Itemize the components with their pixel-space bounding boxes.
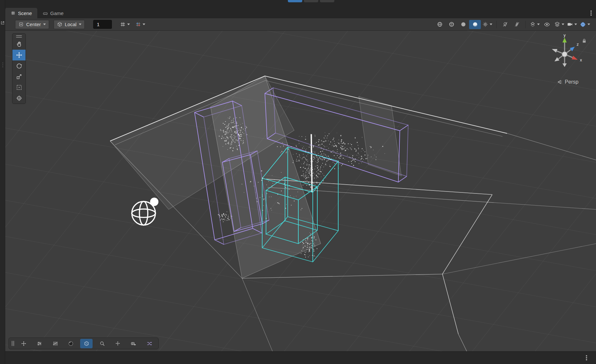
search-button[interactable] xyxy=(96,339,108,348)
axis-neg-y-cone[interactable] xyxy=(563,63,567,67)
scene-toolbar: Center Local xyxy=(5,18,596,31)
pop-out-icon[interactable] xyxy=(1,21,5,25)
play-controls xyxy=(288,0,334,2)
scene-canvas[interactable] xyxy=(5,31,596,351)
bottom-kebab-menu-icon[interactable] xyxy=(582,352,591,364)
dock-grip-icon[interactable] xyxy=(1,63,5,67)
pivot-mode-button[interactable]: Center xyxy=(15,20,49,29)
chevron-down-icon xyxy=(490,24,492,25)
handle-orientation-button[interactable]: Local xyxy=(54,20,85,29)
shaded-sphere-button[interactable] xyxy=(469,20,481,29)
chevron-down-icon xyxy=(79,24,81,25)
projection-toggle[interactable]: Persp xyxy=(545,79,591,85)
gamepad-icon xyxy=(43,10,48,16)
particles-button[interactable] xyxy=(481,20,494,29)
move-icon xyxy=(21,340,27,347)
transform-anchor-button[interactable] xyxy=(112,339,124,348)
shaded-globe-icon xyxy=(448,21,455,27)
ruled-grid-button[interactable] xyxy=(49,339,61,348)
move-tool-button[interactable] xyxy=(12,50,26,60)
point-cloud-icon xyxy=(83,340,90,347)
scale-icon xyxy=(16,73,23,80)
orientation-gizmo: y z x Persp xyxy=(545,33,591,87)
point-cloud-button[interactable] xyxy=(80,339,93,348)
flat-sphere-button[interactable] xyxy=(457,20,469,29)
tab-menu-kebab-icon[interactable] xyxy=(586,8,596,18)
hand-icon xyxy=(16,41,23,48)
flare-off-button[interactable] xyxy=(511,20,523,29)
pivot-icon xyxy=(18,22,24,27)
cube-icon xyxy=(57,22,62,27)
layer-stack-button[interactable] xyxy=(553,20,566,29)
camera-capture-button[interactable] xyxy=(127,339,140,348)
unity-editor-window: Scene Game Center Local xyxy=(0,0,596,364)
room-wireframe[interactable] xyxy=(110,76,596,351)
tab-game-label: Game xyxy=(50,10,64,16)
rotate-tool-button[interactable] xyxy=(12,60,26,71)
axis-x-cone[interactable] xyxy=(572,56,578,60)
chevron-down-icon xyxy=(574,24,577,25)
grid-size-input[interactable] xyxy=(93,20,112,29)
blend-layers-button[interactable] xyxy=(528,20,541,29)
gizmos-globe-icon xyxy=(580,21,586,28)
rotate-icon xyxy=(16,62,23,69)
search-icon xyxy=(99,340,105,347)
shuffle-icon xyxy=(146,340,152,347)
perspective-icon xyxy=(557,80,563,84)
eye-icon xyxy=(544,21,550,28)
shaded-sphere-icon xyxy=(472,21,478,27)
axis-x-label: x xyxy=(580,58,582,62)
axis-y-label: y xyxy=(564,33,566,38)
shaded-ball-button[interactable] xyxy=(64,339,77,348)
scale-tool-button[interactable] xyxy=(12,71,26,82)
palette-drag-handle-icon[interactable] xyxy=(12,34,26,39)
handle-orientation-label: Local xyxy=(65,22,77,27)
pause-button[interactable] xyxy=(304,0,318,2)
axis-z-label: z xyxy=(577,42,579,47)
step-button[interactable] xyxy=(320,0,334,2)
chevron-down-icon xyxy=(537,24,540,25)
left-dock-strip xyxy=(0,0,5,364)
snap-increment-button[interactable] xyxy=(134,20,147,29)
gizmo-center-ball[interactable] xyxy=(562,52,567,57)
move-overlay-button[interactable] xyxy=(17,339,30,348)
tab-game[interactable]: Game xyxy=(37,8,69,18)
shaded-globe-button[interactable] xyxy=(446,20,457,29)
overlay-drag-handle-icon[interactable] xyxy=(12,341,14,346)
chevron-down-icon xyxy=(143,24,145,25)
rect-icon xyxy=(16,84,23,91)
camera-preview-button[interactable] xyxy=(566,20,578,29)
visibility-eye-button[interactable] xyxy=(541,20,553,29)
rect-tool-button[interactable] xyxy=(12,82,26,93)
shuffle-button[interactable] xyxy=(143,339,155,348)
layer-stack-icon xyxy=(554,21,560,27)
axis-y-cone[interactable] xyxy=(563,38,567,42)
scene-view-panel: Scene Game Center Local xyxy=(5,0,596,364)
transform-icon xyxy=(16,95,23,102)
sliders-button[interactable] xyxy=(33,339,45,348)
ruled-grid-icon xyxy=(52,340,58,347)
grid-visibility-button[interactable] xyxy=(118,20,131,29)
snap-grid-icon xyxy=(135,21,141,27)
transform-tool-button[interactable] xyxy=(12,93,26,104)
lighting-off-button[interactable] xyxy=(499,20,511,29)
chevron-down-icon xyxy=(587,24,590,25)
axis-z-cone[interactable] xyxy=(570,47,575,51)
axis-neg-x-cone[interactable] xyxy=(552,49,557,53)
camera-capture-icon xyxy=(131,340,137,347)
axis-neg-z-cone[interactable] xyxy=(554,57,559,61)
hand-tool-button[interactable] xyxy=(12,39,26,50)
bottom-status-bar xyxy=(5,351,596,364)
play-button[interactable] xyxy=(288,0,302,2)
wireframe-globe-button[interactable] xyxy=(434,20,446,29)
gizmos-globe-button[interactable] xyxy=(578,20,591,29)
projection-label: Persp xyxy=(565,79,579,85)
lock-icon[interactable] xyxy=(582,39,586,43)
chevron-down-icon xyxy=(562,24,564,25)
blend-layers-icon xyxy=(530,21,536,27)
lighting-off-icon xyxy=(502,21,508,27)
scene-viewport: y z x Persp xyxy=(5,31,596,351)
gizmo-dot[interactable] xyxy=(150,198,159,206)
tab-scene[interactable]: Scene xyxy=(5,8,37,18)
tool-palette xyxy=(12,33,26,104)
